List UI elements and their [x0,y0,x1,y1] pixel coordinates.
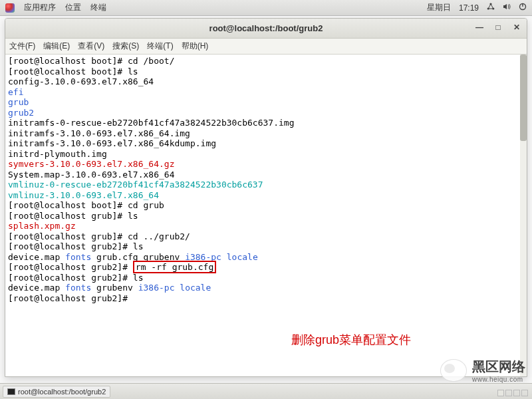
terminal-icon [7,388,15,395]
term-line: [root@localhost grub2]# [8,293,524,304]
term-line: initramfs-0-rescue-eb2720bf41cf47a382452… [8,118,524,128]
clock-day: 星期日 [427,2,451,13]
term-line: [root@localhost grub]# cd ../grub2/ [8,231,524,242]
network-icon[interactable] [487,3,495,13]
dir-efi: efi [8,87,524,98]
term-line: initramfs-3.10.0-693.el7.x86_64kdump.img [8,138,524,149]
highlighted-rm-command: rm -rf grub.cfg [133,261,216,273]
term-line: initramfs-3.10.0-693.el7.x86_64.img [8,128,524,139]
minimize-button[interactable]: — [473,21,485,33]
power-icon[interactable] [519,3,527,13]
maximize-button[interactable]: □ [492,21,504,33]
menu-help[interactable]: 帮助(H) [182,41,209,52]
scrollbar-thumb[interactable] [520,55,527,141]
watermark-url: www.heiqu.com [472,376,525,383]
menu-edit[interactable]: 编辑(E) [43,41,70,52]
term-line: [root@localhost grub2]# rm -rf grub.cfg [8,262,524,273]
file-splash: splash.xpm.gz [8,221,524,231]
terminal-window: root@localhost:/boot/grub2 — □ ✕ 文件(F) 编… [5,18,527,377]
system-topbar: 应用程序 位置 终端 星期日 17:19 [0,0,532,16]
menu-file[interactable]: 文件(F) [9,41,35,52]
watermark-title: 黑区网络 [472,358,525,376]
term-line: [root@localhost boot]# cd /boot/ [8,56,524,66]
term-line: [root@localhost grub2]# ls [8,241,524,252]
dir-grub2: grub2 [8,108,524,118]
volume-icon[interactable] [503,3,511,13]
applications-icon[interactable] [5,3,15,13]
workspace-pager[interactable] [497,390,528,396]
taskbar-item-terminal[interactable]: root@localhost:/boot/grub2 [3,386,110,398]
term-line: [root@localhost boot]# cd grub [8,200,524,211]
scrollbar-track[interactable] [520,55,527,376]
menu-search[interactable]: 搜索(S) [112,41,139,52]
menubar: 文件(F) 编辑(E) 查看(V) 搜索(S) 终端(T) 帮助(H) [5,39,527,55]
annotation-text: 删除grub菜单配置文件 [291,335,411,346]
term-line: initrd-plymouth.img [8,149,524,160]
term-line: [root@localhost grub2]# ls [8,273,524,283]
watermark-icon [440,359,467,382]
titlebar[interactable]: root@localhost:/boot/grub2 — □ ✕ [5,19,527,39]
term-line: [root@localhost boot]# ls [8,66,524,77]
dir-grub: grub [8,97,524,108]
topbar-right: 星期日 17:19 [427,2,527,13]
menu-terminal[interactable]: 终端 [90,2,106,13]
term-line: [root@localhost grub]# ls [8,211,524,221]
clock-time: 17:19 [459,3,479,13]
menu-view[interactable]: 查看(V) [78,41,104,52]
term-line: config-3.10.0-693.el7.x86_64 [8,76,524,87]
term-line: device.map fonts grub.cfg grubenv i386-p… [8,252,524,263]
menu-terminal[interactable]: 终端(T) [147,41,173,52]
menu-applications[interactable]: 应用程序 [24,2,56,13]
topbar-left: 应用程序 位置 终端 [5,2,106,13]
taskbar: root@localhost:/boot/grub2 [0,383,532,399]
file-vmlinuz: vmlinuz-3.10.0-693.el7.x86_64 [8,190,524,201]
terminal-output[interactable]: [root@localhost boot]# cd /boot/ [root@l… [5,55,527,376]
taskbar-item-label: root@localhost:/boot/grub2 [18,388,106,396]
close-button[interactable]: ✕ [511,21,523,33]
window-title: root@localhost:/boot/grub2 [209,23,323,33]
menu-places[interactable]: 位置 [65,2,81,13]
file-symvers: symvers-3.10.0-693.el7.x86_64.gz [8,159,524,170]
term-line: System.map-3.10.0-693.el7.x86_64 [8,170,524,180]
file-vmlinuz-rescue: vmlinuz-0-rescue-eb2720bf41cf47a3824522b… [8,180,524,190]
term-line: device.map fonts grubenv i386-pc locale [8,283,524,293]
watermark: 黑区网络 www.heiqu.com [440,358,525,383]
